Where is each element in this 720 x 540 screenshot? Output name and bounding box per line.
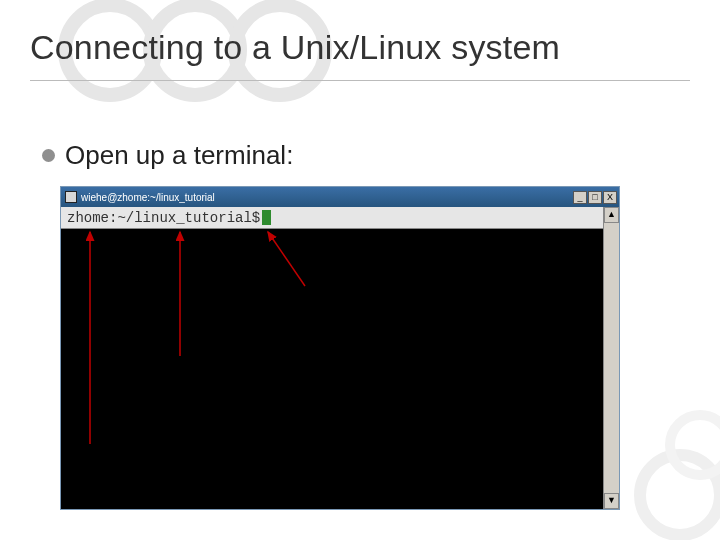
scroll-down-button[interactable]: ▼ [604,493,619,509]
annotation-prompt: The “prompt” [280,293,378,313]
slide-title: Connecting to a Unix/Linux system [30,28,560,67]
terminal-scrollbar[interactable]: ▲ ▼ [603,207,619,509]
terminal-cursor-icon [262,210,271,225]
maximize-button[interactable]: □ [588,191,602,204]
terminal-window-title: wiehe@zhome:~/linux_tutorial [81,192,215,203]
annotation-path-text: The current directory (“path”) [160,364,377,384]
terminal-app-icon [65,191,77,203]
terminal-prompt-bar: zhome:~/linux_tutorial$ [61,207,619,229]
bullet-text: Open up a terminal: [65,140,293,171]
annotation-host-text: The host [100,450,166,470]
minimize-button[interactable]: _ [573,191,587,204]
close-button[interactable]: X [603,191,617,204]
bullet-dot-icon [42,149,55,162]
annotation-path: The current directory (“path”) [160,364,377,384]
scroll-up-button[interactable]: ▲ [604,207,619,223]
terminal-prompt-text: zhome:~/linux_tutorial$ [67,210,260,226]
bullet-item: Open up a terminal: [42,140,293,171]
annotation-prompt-text: The “prompt” [280,293,378,313]
terminal-titlebar: wiehe@zhome:~/linux_tutorial _ □ X [61,187,619,207]
title-underline [30,80,690,81]
annotation-host: The host [100,450,166,470]
